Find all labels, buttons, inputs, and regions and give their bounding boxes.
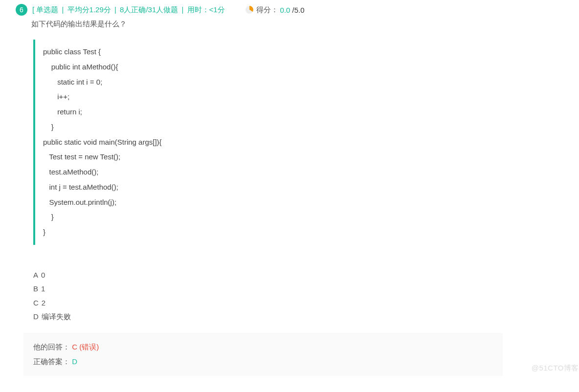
his-answer-label: 他的回答： (33, 343, 70, 351)
question-meta: [ 单选题 | 平均分1.29分 | 8人正确/31人做题 | 用时：<1分 (32, 5, 225, 15)
code-line: int j = test.aMethod(); (43, 180, 466, 195)
question-number-badge: 6 (16, 4, 27, 16)
code-line: public int aMethod(){ (43, 60, 466, 75)
question-header: 6 [ 单选题 | 平均分1.29分 | 8人正确/31人做题 | 用时：<1分… (4, 4, 579, 16)
pie-chart-icon (245, 6, 253, 14)
score-total: 5.0 (294, 6, 305, 14)
option-label: D (33, 310, 39, 324)
option-c[interactable]: C 2 (33, 296, 579, 310)
watermark: @51CTO博客 (532, 364, 579, 373)
question-container: 6 [ 单选题 | 平均分1.29分 | 8人正确/31人做题 | 用时：<1分… (4, 4, 579, 376)
score-label: 得分： (256, 5, 278, 15)
meta-time: 用时：<1分 (187, 5, 225, 14)
option-a[interactable]: A 0 (33, 268, 579, 283)
option-b[interactable]: B 1 (33, 282, 579, 296)
code-line: test.aMethod(); (43, 165, 466, 180)
code-line: } (43, 225, 466, 240)
code-line: i++; (43, 89, 466, 105)
his-answer-row: 他的回答： C (错误) (33, 340, 493, 354)
code-line: } (43, 210, 466, 225)
his-answer-value: C (错误) (72, 343, 99, 351)
correct-answer-label: 正确答案： (33, 357, 70, 366)
code-line: System.out.println(j); (43, 195, 466, 210)
code-line: public static void main(String args[]){ (43, 135, 466, 150)
meta-sep: | (181, 5, 185, 14)
question-text: 如下代码的输出结果是什么？ (31, 20, 579, 29)
code-block: public class Test { public int aMethod()… (33, 40, 473, 245)
score-earned: 0.0 (280, 6, 290, 14)
option-label: B (33, 282, 38, 296)
option-label: A (33, 268, 38, 283)
option-label: C (33, 296, 39, 310)
code-line: } (43, 120, 466, 135)
option-text: 2 (42, 296, 45, 310)
code-line: static int i = 0; (43, 75, 466, 90)
correct-answer-row: 正确答案： D (33, 354, 493, 369)
code-line: public class Test { (43, 44, 466, 60)
option-text: 0 (41, 268, 45, 283)
score-block: 得分： 0.0 / 5.0 (245, 5, 305, 15)
option-text: 1 (41, 282, 45, 296)
code-line: return i; (43, 105, 466, 120)
answer-block: 他的回答： C (错误) 正确答案： D (23, 333, 503, 376)
meta-sep: | (62, 5, 66, 14)
meta-type: 单选题 (34, 5, 60, 14)
meta-sep: | (114, 5, 118, 14)
option-text: 编译失败 (42, 310, 71, 324)
option-d[interactable]: D 编译失败 (33, 310, 579, 324)
options-list: A 0 B 1 C 2 D 编译失败 (33, 268, 579, 324)
meta-stats: 8人正确/31人做题 (120, 5, 180, 14)
meta-avg: 平均分1.29分 (67, 5, 113, 14)
code-line: Test test = new Test(); (43, 150, 466, 165)
correct-answer-value: D (72, 357, 77, 366)
